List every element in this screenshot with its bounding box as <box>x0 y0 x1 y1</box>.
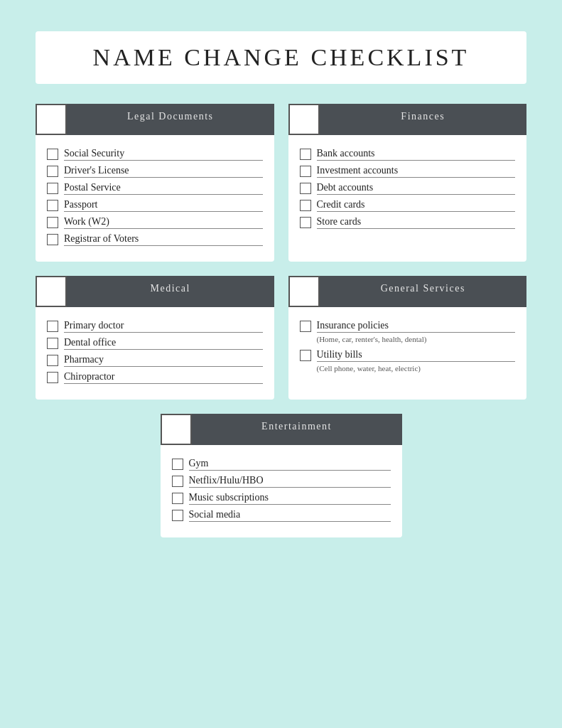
checkbox-bank-accounts[interactable] <box>300 149 311 160</box>
checkbox-music-subscriptions[interactable] <box>172 493 183 504</box>
list-item: Store cards <box>300 216 516 229</box>
sub-utility: (Cell phone, water, heat, electric) <box>317 364 516 373</box>
list-item: Work (W2) <box>47 216 263 229</box>
label-pharmacy: Pharmacy <box>64 354 263 367</box>
checkbox-social-media[interactable] <box>172 510 183 521</box>
checkbox-debt-accounts[interactable] <box>300 183 311 194</box>
label-work-w2: Work (W2) <box>64 216 263 229</box>
list-item: Social media <box>172 509 391 522</box>
card-header-general: General Services <box>288 276 527 307</box>
checkbox-primary-doctor[interactable] <box>47 321 58 332</box>
page: NAME CHANGE CHECKLIST Legal Documents So… <box>14 14 548 566</box>
list-item: Netflix/Hulu/HBO <box>172 475 391 488</box>
label-utility-bills: Utility bills <box>317 349 516 362</box>
checkbox-store-cards[interactable] <box>300 217 311 228</box>
card-medical: Medical Primary doctor Dental office Pha… <box>36 276 274 400</box>
list-item: Utility bills <box>300 349 516 362</box>
card-header-finances: Finances <box>288 104 527 135</box>
list-item: Postal Service <box>47 182 263 195</box>
label-bank-accounts: Bank accounts <box>317 148 516 161</box>
checkbox-social-security[interactable] <box>47 149 58 160</box>
card-title-entertainment: Entertainment <box>192 414 402 445</box>
checkbox-registrar[interactable] <box>47 234 58 245</box>
checkbox-chiropractor[interactable] <box>47 372 58 383</box>
card-general: General Services Insurance policies (Hom… <box>288 276 527 400</box>
card-header-entertainment: Entertainment <box>161 414 402 445</box>
list-item: Social Security <box>47 148 263 161</box>
card-finances: Finances Bank accounts Investment accoun… <box>288 104 527 262</box>
list-item: Registrar of Voters <box>47 233 263 246</box>
card-body-legal: Social Security Driver's License Postal … <box>36 144 274 246</box>
label-credit-cards: Credit cards <box>317 199 516 212</box>
card-entertainment: Entertainment Gym Netflix/Hulu/HBO Music… <box>161 414 402 537</box>
label-gym: Gym <box>189 458 391 471</box>
list-item: Bank accounts <box>300 148 516 161</box>
label-social-security: Social Security <box>64 148 263 161</box>
card-body-entertainment: Gym Netflix/Hulu/HBO Music subscriptions… <box>161 454 402 522</box>
list-item: Dental office <box>47 337 263 350</box>
list-item: Primary doctor <box>47 320 263 333</box>
card-title-finances: Finances <box>320 104 527 135</box>
row-3: Entertainment Gym Netflix/Hulu/HBO Music… <box>36 414 526 537</box>
card-body-finances: Bank accounts Investment accounts Debt a… <box>288 144 527 229</box>
checkbox-gym[interactable] <box>172 459 183 470</box>
checkbox-netflix[interactable] <box>172 476 183 487</box>
label-music-subscriptions: Music subscriptions <box>189 492 391 505</box>
card-header-medical: Medical <box>36 276 274 307</box>
list-item: Debt accounts <box>300 182 516 195</box>
checkbox-utility-bills[interactable] <box>300 350 311 361</box>
row-2: Medical Primary doctor Dental office Pha… <box>36 276 526 400</box>
label-postal-service: Postal Service <box>64 182 263 195</box>
section-checkbox-entertainment[interactable] <box>161 414 192 445</box>
card-title-general: General Services <box>320 276 527 307</box>
list-item: Driver's License <box>47 165 263 178</box>
list-item: Credit cards <box>300 199 516 212</box>
label-primary-doctor: Primary doctor <box>64 320 263 333</box>
list-item: Music subscriptions <box>172 492 391 505</box>
checkbox-postal-service[interactable] <box>47 183 58 194</box>
page-title: NAME CHANGE CHECKLIST <box>36 31 526 84</box>
label-dental-office: Dental office <box>64 337 263 350</box>
label-insurance-policies: Insurance policies <box>317 320 516 333</box>
section-checkbox-legal[interactable] <box>36 104 67 135</box>
card-title-medical: Medical <box>67 276 274 307</box>
label-chiropractor: Chiropractor <box>64 371 263 384</box>
section-checkbox-general[interactable] <box>288 276 320 307</box>
checkbox-credit-cards[interactable] <box>300 200 311 211</box>
checkbox-drivers-license[interactable] <box>47 166 58 177</box>
card-legal: Legal Documents Social Security Driver's… <box>36 104 274 262</box>
label-social-media: Social media <box>189 509 391 522</box>
list-item: Investment accounts <box>300 165 516 178</box>
card-title-legal: Legal Documents <box>67 104 274 135</box>
label-drivers-license: Driver's License <box>64 165 263 178</box>
list-item: Chiropractor <box>47 371 263 384</box>
label-registrar: Registrar of Voters <box>64 233 263 246</box>
label-store-cards: Store cards <box>317 216 516 229</box>
checkbox-insurance-policies[interactable] <box>300 321 311 332</box>
label-debt-accounts: Debt accounts <box>317 182 516 195</box>
checkbox-passport[interactable] <box>47 200 58 211</box>
list-item: Insurance policies <box>300 320 516 333</box>
label-netflix: Netflix/Hulu/HBO <box>189 475 391 488</box>
checkbox-investment-accounts[interactable] <box>300 166 311 177</box>
card-body-general: Insurance policies (Home, car, renter's,… <box>288 316 527 373</box>
card-body-medical: Primary doctor Dental office Pharmacy Ch… <box>36 316 274 384</box>
row-1: Legal Documents Social Security Driver's… <box>36 104 526 262</box>
checkbox-pharmacy[interactable] <box>47 355 58 366</box>
list-item: Pharmacy <box>47 354 263 367</box>
checkbox-dental-office[interactable] <box>47 338 58 349</box>
label-investment-accounts: Investment accounts <box>317 165 516 178</box>
sub-insurance: (Home, car, renter's, health, dental) <box>317 335 516 343</box>
checkbox-work-w2[interactable] <box>47 217 58 228</box>
card-header-legal: Legal Documents <box>36 104 274 135</box>
section-checkbox-medical[interactable] <box>36 276 67 307</box>
list-item: Passport <box>47 199 263 212</box>
list-item: Gym <box>172 458 391 471</box>
section-checkbox-finances[interactable] <box>288 104 320 135</box>
label-passport: Passport <box>64 199 263 212</box>
